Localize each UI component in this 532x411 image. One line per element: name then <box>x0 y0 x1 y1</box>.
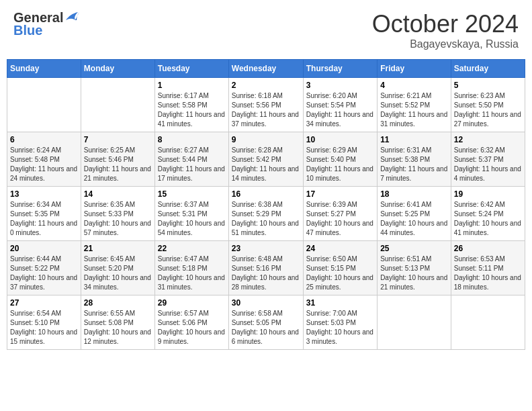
day-number: 31 <box>306 298 374 308</box>
calendar-cell: 10Sunrise: 6:29 AMSunset: 5:40 PMDayligh… <box>303 132 377 187</box>
calendar-week-row: 20Sunrise: 6:44 AMSunset: 5:22 PMDayligh… <box>7 241 525 295</box>
calendar-cell: 22Sunrise: 6:47 AMSunset: 5:18 PMDayligh… <box>154 241 228 295</box>
calendar-cell: 23Sunrise: 6:48 AMSunset: 5:16 PMDayligh… <box>228 241 303 295</box>
weekday-header: Monday <box>81 60 154 78</box>
day-info: Sunrise: 6:50 AMSunset: 5:15 PMDaylight:… <box>306 255 374 292</box>
calendar-cell: 11Sunrise: 6:31 AMSunset: 5:38 PMDayligh… <box>378 132 451 187</box>
weekday-header: Wednesday <box>228 60 303 78</box>
calendar-cell: 17Sunrise: 6:39 AMSunset: 5:27 PMDayligh… <box>303 187 377 241</box>
day-number: 9 <box>232 135 300 144</box>
calendar-cell: 29Sunrise: 6:57 AMSunset: 5:06 PMDayligh… <box>154 295 228 350</box>
calendar-cell <box>7 78 81 132</box>
day-number: 23 <box>232 244 300 253</box>
day-info: Sunrise: 6:47 AMSunset: 5:18 PMDaylight:… <box>158 255 226 292</box>
day-number: 12 <box>454 135 522 144</box>
day-number: 19 <box>454 189 522 199</box>
day-number: 13 <box>10 189 78 199</box>
day-info: Sunrise: 6:54 AMSunset: 5:10 PMDaylight:… <box>10 309 78 347</box>
day-info: Sunrise: 6:21 AMSunset: 5:52 PMDaylight:… <box>380 91 448 129</box>
calendar-cell: 7Sunrise: 6:25 AMSunset: 5:46 PMDaylight… <box>81 132 154 187</box>
weekday-header: Sunday <box>7 60 81 78</box>
day-info: Sunrise: 6:32 AMSunset: 5:37 PMDaylight:… <box>454 146 522 183</box>
day-number: 1 <box>158 81 226 90</box>
day-info: Sunrise: 6:48 AMSunset: 5:16 PMDaylight:… <box>232 255 300 292</box>
day-number: 20 <box>10 244 78 253</box>
day-number: 29 <box>158 298 226 308</box>
calendar-cell: 9Sunrise: 6:28 AMSunset: 5:42 PMDaylight… <box>228 132 303 187</box>
day-info: Sunrise: 6:55 AMSunset: 5:08 PMDaylight:… <box>84 309 152 347</box>
day-number: 11 <box>380 135 448 144</box>
calendar-cell: 21Sunrise: 6:45 AMSunset: 5:20 PMDayligh… <box>81 241 154 295</box>
day-number: 28 <box>84 298 152 308</box>
logo-blue: Blue <box>13 23 42 38</box>
calendar-cell: 19Sunrise: 6:42 AMSunset: 5:24 PMDayligh… <box>451 187 525 241</box>
logo: General Blue <box>13 10 79 38</box>
day-info: Sunrise: 6:57 AMSunset: 5:06 PMDaylight:… <box>158 309 226 347</box>
day-number: 7 <box>84 135 152 144</box>
calendar-cell: 16Sunrise: 6:38 AMSunset: 5:29 PMDayligh… <box>228 187 303 241</box>
calendar-week-row: 1Sunrise: 6:17 AMSunset: 5:58 PMDaylight… <box>7 78 525 132</box>
day-info: Sunrise: 6:24 AMSunset: 5:48 PMDaylight:… <box>10 146 78 183</box>
day-info: Sunrise: 6:29 AMSunset: 5:40 PMDaylight:… <box>306 146 374 183</box>
calendar-table: SundayMondayTuesdayWednesdayThursdayFrid… <box>7 59 525 350</box>
calendar-cell: 18Sunrise: 6:41 AMSunset: 5:25 PMDayligh… <box>378 187 451 241</box>
calendar-cell <box>378 295 451 350</box>
calendar-cell: 25Sunrise: 6:51 AMSunset: 5:13 PMDayligh… <box>378 241 451 295</box>
weekday-header: Thursday <box>303 60 377 78</box>
day-number: 15 <box>158 189 226 199</box>
calendar-week-row: 13Sunrise: 6:34 AMSunset: 5:35 PMDayligh… <box>7 187 525 241</box>
day-info: Sunrise: 6:25 AMSunset: 5:46 PMDaylight:… <box>84 146 152 183</box>
calendar-cell: 14Sunrise: 6:35 AMSunset: 5:33 PMDayligh… <box>81 187 154 241</box>
day-number: 22 <box>158 244 226 253</box>
day-info: Sunrise: 7:00 AMSunset: 5:03 PMDaylight:… <box>306 309 374 347</box>
day-info: Sunrise: 6:37 AMSunset: 5:31 PMDaylight:… <box>158 200 226 238</box>
calendar-week-row: 6Sunrise: 6:24 AMSunset: 5:48 PMDaylight… <box>7 132 525 187</box>
calendar-cell: 4Sunrise: 6:21 AMSunset: 5:52 PMDaylight… <box>378 78 451 132</box>
calendar-cell <box>451 295 525 350</box>
weekday-header: Saturday <box>451 60 525 78</box>
day-info: Sunrise: 6:35 AMSunset: 5:33 PMDaylight:… <box>84 200 152 238</box>
day-number: 26 <box>454 244 522 253</box>
location: Bagayevskaya, Russia <box>372 38 519 50</box>
day-info: Sunrise: 6:45 AMSunset: 5:20 PMDaylight:… <box>84 255 152 292</box>
day-info: Sunrise: 6:28 AMSunset: 5:42 PMDaylight:… <box>232 146 300 183</box>
logo-bird-icon <box>64 11 79 26</box>
day-number: 8 <box>158 135 226 144</box>
day-info: Sunrise: 6:39 AMSunset: 5:27 PMDaylight:… <box>306 200 374 238</box>
day-number: 17 <box>306 189 374 199</box>
calendar-cell: 5Sunrise: 6:23 AMSunset: 5:50 PMDaylight… <box>451 78 525 132</box>
day-number: 6 <box>10 135 78 144</box>
day-info: Sunrise: 6:34 AMSunset: 5:35 PMDaylight:… <box>10 200 78 238</box>
day-info: Sunrise: 6:20 AMSunset: 5:54 PMDaylight:… <box>306 91 374 129</box>
day-info: Sunrise: 6:23 AMSunset: 5:50 PMDaylight:… <box>454 91 522 129</box>
day-number: 27 <box>10 298 78 308</box>
calendar-cell: 26Sunrise: 6:53 AMSunset: 5:11 PMDayligh… <box>451 241 525 295</box>
weekday-header: Tuesday <box>154 60 228 78</box>
calendar-cell: 30Sunrise: 6:58 AMSunset: 5:05 PMDayligh… <box>228 295 303 350</box>
calendar-cell: 3Sunrise: 6:20 AMSunset: 5:54 PMDaylight… <box>303 78 377 132</box>
day-number: 4 <box>380 81 448 90</box>
day-info: Sunrise: 6:31 AMSunset: 5:38 PMDaylight:… <box>380 146 448 183</box>
day-info: Sunrise: 6:44 AMSunset: 5:22 PMDaylight:… <box>10 255 78 292</box>
day-info: Sunrise: 6:27 AMSunset: 5:44 PMDaylight:… <box>158 146 226 183</box>
calendar-cell: 27Sunrise: 6:54 AMSunset: 5:10 PMDayligh… <box>7 295 81 350</box>
day-number: 21 <box>84 244 152 253</box>
calendar-cell: 12Sunrise: 6:32 AMSunset: 5:37 PMDayligh… <box>451 132 525 187</box>
day-info: Sunrise: 6:53 AMSunset: 5:11 PMDaylight:… <box>454 255 522 292</box>
calendar-cell: 8Sunrise: 6:27 AMSunset: 5:44 PMDaylight… <box>154 132 228 187</box>
calendar-cell: 20Sunrise: 6:44 AMSunset: 5:22 PMDayligh… <box>7 241 81 295</box>
page-header: General Blue October 2024 Bagayevskaya, … <box>7 7 525 54</box>
calendar-week-row: 27Sunrise: 6:54 AMSunset: 5:10 PMDayligh… <box>7 295 525 350</box>
day-number: 14 <box>84 189 152 199</box>
weekday-header-row: SundayMondayTuesdayWednesdayThursdayFrid… <box>7 60 525 78</box>
calendar-cell: 28Sunrise: 6:55 AMSunset: 5:08 PMDayligh… <box>81 295 154 350</box>
day-info: Sunrise: 6:17 AMSunset: 5:58 PMDaylight:… <box>158 91 226 129</box>
day-info: Sunrise: 6:42 AMSunset: 5:24 PMDaylight:… <box>454 200 522 238</box>
calendar-cell: 15Sunrise: 6:37 AMSunset: 5:31 PMDayligh… <box>154 187 228 241</box>
day-number: 2 <box>232 81 300 90</box>
day-number: 3 <box>306 81 374 90</box>
day-number: 30 <box>232 298 300 308</box>
day-info: Sunrise: 6:58 AMSunset: 5:05 PMDaylight:… <box>232 309 300 347</box>
day-info: Sunrise: 6:41 AMSunset: 5:25 PMDaylight:… <box>380 200 448 238</box>
day-info: Sunrise: 6:18 AMSunset: 5:56 PMDaylight:… <box>232 91 300 129</box>
